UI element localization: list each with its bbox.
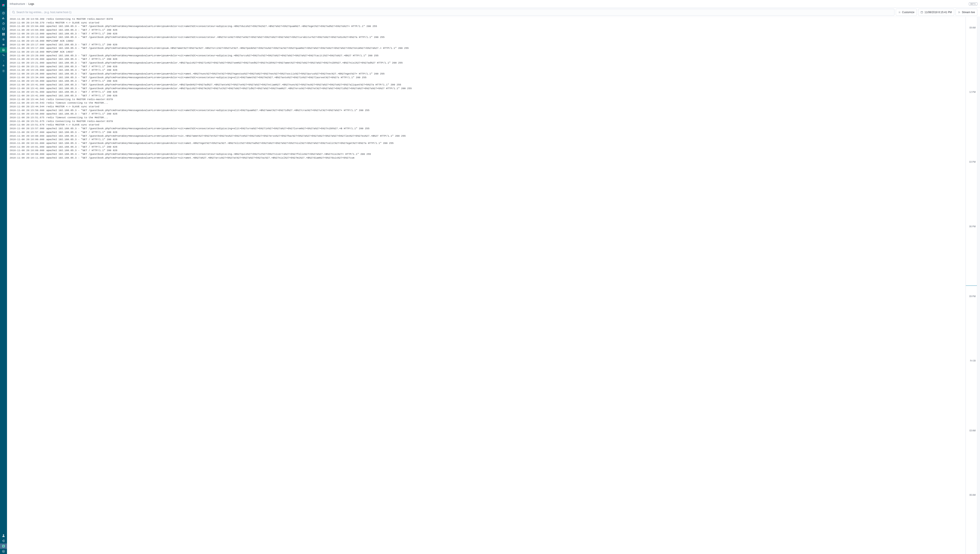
nav-collapse[interactable] — [0, 549, 7, 554]
log-message: apache2 192.168.65.3 - "GET /guestbook.p… — [46, 24, 963, 28]
log-row[interactable]: 2018-11-08 20:16:09.000apache2 192.168.6… — [10, 148, 963, 152]
log-row[interactable]: 2018-11-08 20:15:41.000apache2 192.168.6… — [10, 90, 963, 94]
log-row[interactable]: 2018-11-08 20:15:17.000apache2 192.168.6… — [10, 46, 963, 50]
log-message: apache2 192.168.65.3 - "GET / HTTP/1.1" … — [46, 145, 963, 149]
log-timestamp: 2018-11-08 20:15:34.000 — [10, 79, 46, 83]
log-row[interactable]: 2018-11-08 20:16:00.000apache2 192.168.6… — [10, 134, 963, 138]
log-timestamp: 2018-11-08 20:15:13.000 — [10, 35, 46, 39]
minimap-cursor[interactable] — [966, 286, 977, 286]
log-row[interactable]: 2018-11-08 20:15:44.543redis Timeout con… — [10, 101, 963, 105]
log-row[interactable]: 2018-11-08 20:15:13.000apache2 192.168.6… — [10, 32, 963, 36]
log-row[interactable]: 2018-11-08 20:16:09.000apache2 192.168.6… — [10, 152, 963, 156]
log-timestamp: 2018-11-08 20:15:41.000 — [10, 87, 46, 91]
log-row[interactable]: 2018-11-08 20:15:41.000apache2 192.168.6… — [10, 83, 963, 87]
search-input[interactable] — [15, 10, 892, 15]
nav-timelion[interactable] — [0, 26, 7, 32]
breadcrumb-separator: / — [27, 2, 27, 5]
scrollbar[interactable] — [977, 17, 980, 554]
log-row[interactable]: 2018-11-08 20:15:04.000apache2 192.168.6… — [10, 24, 963, 28]
log-row[interactable]: 2018-11-08 20:16:11.000apache2 192.168.6… — [10, 156, 963, 160]
log-message: redis Timeout connecting to the MASTER..… — [46, 116, 963, 120]
customize-button[interactable]: Customize — [896, 9, 917, 16]
log-row[interactable]: 2018-11-08 20:15:51.676redis MASTER <-> … — [10, 123, 963, 127]
log-row[interactable]: 2018-11-08 20:15:51.675redis Timeout con… — [10, 116, 963, 120]
log-row[interactable]: 2018-11-08 20:15:17.000apache2 192.168.6… — [10, 43, 963, 46]
log-timestamp: 2018-11-08 20:15:50.000 — [10, 109, 46, 112]
nav-logout[interactable] — [0, 538, 7, 543]
log-row[interactable]: 2018-11-08 20:15:44.544redis MASTER <-> … — [10, 105, 963, 109]
log-timestamp: 2018-11-08 20:15:51.676 — [10, 123, 46, 127]
log-row[interactable]: 2018-11-08 20:15:21.000apache2 192.168.6… — [10, 61, 963, 65]
log-timestamp: 2018-11-08 20:15:34.000 — [10, 76, 46, 80]
log-row[interactable]: 2018-11-08 20:15:20.000apache2 192.168.6… — [10, 54, 963, 57]
kibana-logo[interactable] — [0, 0, 7, 11]
nav-infrastructure[interactable] — [0, 42, 7, 47]
log-message: apache2 192.168.65.3 - "GET /guestbook.p… — [46, 35, 963, 39]
log-timestamp: 2018-11-08 20:15:20.000 — [10, 54, 46, 57]
log-timestamp: 2018-11-08 20:15:17.000 — [10, 43, 46, 46]
log-row[interactable]: 2018-11-08 20:16:00.000apache2 192.168.6… — [10, 138, 963, 142]
log-message: apache2 192.168.65.3 - "GET /guestbook.p… — [46, 109, 963, 112]
log-row[interactable]: 2018-11-08 20:15:21.000apache2 192.168.6… — [10, 65, 963, 69]
minimap[interactable]: 09 AM12 PM03 PM06 PM09 PMFri 0903 AM06 A… — [966, 17, 977, 554]
breadcrumb-bar: Infrastructure / Logs BETA — [7, 0, 980, 8]
log-timestamp: 2018-11-08 20:15:21.000 — [10, 61, 46, 65]
log-row[interactable]: 2018-11-08 20:15:50.000apache2 192.168.6… — [10, 112, 963, 116]
minimap-tick: 09 AM — [969, 27, 975, 29]
minimap-tick: Fri 09 — [970, 359, 975, 362]
log-row[interactable]: 2018-11-08 20:16:01.000apache2 192.168.6… — [10, 142, 963, 145]
log-row[interactable]: 2018-11-08 20:15:57.000apache2 192.168.6… — [10, 127, 963, 131]
timestamp-picker[interactable]: 11/08/2018 8:15:41 PM — [918, 9, 954, 16]
log-row[interactable]: 2018-11-08 20:15:41.000apache2 192.168.6… — [10, 94, 963, 97]
log-row[interactable]: 2018-11-08 20:14:50.369redis Connecting … — [10, 17, 963, 21]
log-timestamp: 2018-11-08 20:15:51.675 — [10, 120, 46, 123]
log-timestamp: 2018-11-08 20:15:13.000 — [10, 32, 46, 36]
log-row[interactable]: 2018-11-08 20:14:50.370redis MASTER <-> … — [10, 21, 963, 25]
nav-management[interactable] — [0, 68, 7, 73]
log-timestamp: 2018-11-08 20:15:21.000 — [10, 65, 46, 69]
log-row[interactable]: 2018-11-08 20:15:50.000apache2 192.168.6… — [10, 109, 963, 112]
log-row[interactable]: 2018-11-08 20:15:19.000REPLCONF ACK 1403… — [10, 50, 963, 54]
nav-apm[interactable] — [0, 53, 7, 58]
log-row[interactable]: 2018-11-08 20:15:34.000apache2 192.168.6… — [10, 79, 963, 83]
log-message: apache2 192.168.65.3 - "GET /guestbook.p… — [46, 76, 963, 80]
log-message: apache2 192.168.65.3 - "GET / HTTP/1.1" … — [46, 131, 963, 134]
log-stream[interactable]: 2018-11-08 20:14:50.369redis Connecting … — [7, 17, 966, 554]
log-message: apache2 192.168.65.3 - "GET / HTTP/1.1" … — [46, 68, 963, 72]
log-timestamp: 2018-11-08 20:16:00.000 — [10, 138, 46, 142]
nav-dashboard[interactable] — [0, 21, 7, 26]
log-row[interactable]: 2018-11-08 20:15:41.000apache2 192.168.6… — [10, 87, 963, 91]
nav-discover[interactable] — [0, 11, 7, 16]
log-message: apache2 192.168.65.3 - "GET / HTTP/1.1" … — [46, 138, 963, 142]
nav-canvas[interactable] — [0, 32, 7, 37]
log-row[interactable]: 2018-11-08 20:15:26.000apache2 192.168.6… — [10, 68, 963, 72]
log-row[interactable]: 2018-11-08 20:15:04.000apache2 192.168.6… — [10, 28, 963, 32]
nav-ml[interactable] — [0, 37, 7, 42]
log-row[interactable]: 2018-11-08 20:15:44.543redis Connecting … — [10, 97, 963, 101]
log-timestamp: 2018-11-08 20:15:04.000 — [10, 28, 46, 32]
nav-user[interactable] — [0, 533, 7, 538]
svg-rect-2 — [3, 28, 5, 30]
nav-monitoring[interactable] — [0, 63, 7, 68]
log-row[interactable]: 2018-11-08 20:15:16.000REPLCONF ACK 1390… — [10, 39, 963, 43]
log-timestamp: 2018-11-08 20:16:01.000 — [10, 142, 46, 145]
log-message: apache2 192.168.65.3 - "GET / HTTP/1.1" … — [46, 148, 963, 152]
breadcrumb-root[interactable]: Infrastructure — [10, 2, 25, 5]
log-row[interactable]: 2018-11-08 20:15:20.000apache2 192.168.6… — [10, 57, 963, 61]
log-timestamp: 2018-11-08 20:15:44.544 — [10, 105, 46, 109]
stream-live-button[interactable]: Stream live — [956, 9, 977, 16]
nav-logs[interactable] — [0, 47, 7, 53]
log-message: apache2 192.168.65.3 - "GET /guestbook.p… — [46, 156, 963, 160]
nav-visualize[interactable] — [0, 16, 7, 21]
log-row[interactable]: 2018-11-08 20:15:13.000apache2 192.168.6… — [10, 35, 963, 39]
log-row[interactable]: 2018-11-08 20:15:26.000apache2 192.168.6… — [10, 72, 963, 76]
log-row[interactable]: 2018-11-08 20:15:34.000apache2 192.168.6… — [10, 76, 963, 80]
log-row[interactable]: 2018-11-08 20:16:01.000apache2 192.168.6… — [10, 145, 963, 149]
log-message: apache2 192.168.65.3 - "GET / HTTP/1.1" … — [46, 79, 963, 83]
log-message: apache2 192.168.65.3 - "GET / HTTP/1.1" … — [46, 90, 963, 94]
nav-default-space[interactable]: D — [0, 543, 7, 549]
log-row[interactable]: 2018-11-08 20:15:51.675redis Connecting … — [10, 120, 963, 123]
log-timestamp: 2018-11-08 20:15:41.000 — [10, 94, 46, 97]
nav-devtools[interactable] — [0, 58, 7, 63]
log-row[interactable]: 2018-11-08 20:15:57.000apache2 192.168.6… — [10, 131, 963, 134]
